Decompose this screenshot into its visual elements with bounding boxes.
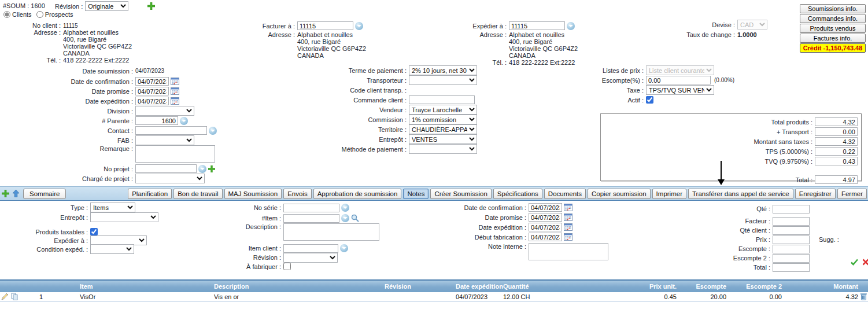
division-select[interactable] — [135, 106, 194, 116]
detail-revision-select[interactable] — [283, 253, 338, 263]
item-client-input[interactable] — [283, 244, 338, 253]
cancel-x-icon[interactable] — [862, 259, 868, 266]
vendeur-select[interactable]: Trayce Larochelle — [409, 105, 477, 115]
toolbar-button-planification[interactable]: Planification — [128, 189, 172, 199]
charge-projet-select[interactable] — [135, 174, 205, 183]
toolbar-button-approbation[interactable]: Approbation de soumission — [313, 189, 402, 199]
note-interne-textarea[interactable] — [529, 243, 608, 260]
fab-select[interactable] — [135, 135, 194, 145]
actif-checkbox[interactable] — [646, 96, 653, 104]
remarque-label: Remarque : — [0, 145, 135, 152]
calendar-icon[interactable] — [171, 97, 179, 105]
table-row[interactable]: 1 VisOr Vis en or 04/07/2023 12.00 CH 0.… — [0, 292, 868, 302]
parente-lookup-icon[interactable] — [180, 117, 188, 125]
prix-input[interactable] — [773, 235, 810, 244]
contact-input[interactable] — [135, 126, 207, 135]
revision-select[interactable]: Originale — [85, 1, 128, 11]
entrepot-select[interactable]: VENTES — [409, 134, 477, 144]
calendar-icon[interactable] — [171, 78, 179, 85]
trash-icon[interactable] — [860, 293, 867, 300]
expedier-lookup-icon[interactable] — [567, 22, 575, 30]
detail-date-expedition-input[interactable] — [529, 223, 562, 231]
commission-select[interactable]: 1% commission — [409, 115, 477, 124]
toolbar-button-fermer[interactable]: Fermer — [837, 189, 867, 199]
credit-button[interactable]: Crédit -1,150,743.48 — [800, 43, 866, 53]
escompte-pct-input[interactable] — [646, 76, 711, 84]
calendar-icon[interactable] — [564, 233, 572, 241]
calendar-icon[interactable] — [564, 204, 572, 211]
calendar-icon[interactable] — [564, 213, 572, 221]
debut-fabrication-input[interactable] — [529, 233, 562, 241]
detail-date-promise-input[interactable] — [529, 213, 562, 222]
type-select[interactable]: Items — [90, 202, 135, 212]
no-projet-input[interactable] — [135, 164, 197, 173]
header-num-column — [23, 280, 59, 292]
methode-paiement-select[interactable] — [409, 144, 477, 154]
toolbar-button-notes[interactable]: Notes — [403, 189, 429, 199]
escompte2-input[interactable] — [773, 254, 810, 263]
confirm-check-icon[interactable] — [851, 259, 858, 266]
no-projet-lookup-icon[interactable] — [198, 165, 206, 173]
clients-radio[interactable] — [3, 11, 10, 18]
toolbar-button-enregistrer[interactable]: Enregistrer — [795, 189, 836, 199]
add-revision-icon[interactable] — [147, 2, 155, 10]
detail-escompte-input[interactable] — [773, 245, 810, 253]
toolbar-button-bon-de-travail[interactable]: Bon de travail — [173, 189, 222, 199]
listes-prix-select[interactable]: Liste client courante (CA — [646, 65, 714, 75]
remarque-textarea[interactable] — [135, 145, 215, 163]
transporteur-select[interactable] — [409, 75, 477, 85]
description-textarea[interactable] — [283, 223, 379, 241]
copy-icon[interactable] — [11, 293, 19, 300]
commande-client-input[interactable] — [409, 95, 475, 104]
facteur-input[interactable] — [773, 217, 810, 226]
contact-lookup-icon[interactable] — [209, 127, 217, 135]
toolbar-button-documents[interactable]: Documents — [544, 189, 586, 199]
calendar-icon[interactable] — [171, 87, 179, 95]
item-client-lookup-icon[interactable] — [340, 244, 348, 252]
parente-input[interactable] — [135, 116, 178, 125]
add-projet-icon[interactable] — [208, 165, 215, 172]
calendar-icon[interactable] — [564, 223, 572, 231]
toolbar-button-transferer-appel-service[interactable]: Transférer dans appel de service — [688, 189, 793, 199]
territoire-select[interactable]: CHAUDIÈRE-APPALAC — [409, 124, 477, 134]
transport-input[interactable] — [815, 127, 858, 136]
detail-date-confirmation-input[interactable] — [529, 203, 562, 212]
toolbar-button-envois[interactable]: Envois — [283, 189, 312, 199]
devise-select[interactable]: CAD — [737, 20, 767, 30]
date-promise-input[interactable] — [135, 87, 169, 95]
terme-select[interactable]: 2% 10 jours, net 30 jours — [409, 65, 477, 75]
row-item: VisOr — [59, 292, 192, 302]
facturer-input[interactable] — [297, 21, 353, 30]
up-arrow-icon[interactable] — [13, 190, 19, 197]
expedier-input[interactable] — [509, 21, 565, 30]
toolbar-button-creer-soumission[interactable]: Créer Soumission — [430, 189, 491, 199]
produits-taxables-checkbox[interactable] — [90, 228, 98, 235]
toolbar-button-copier-soumission[interactable]: Copier soumission — [588, 189, 651, 199]
edit-pencil-icon[interactable] — [1, 293, 9, 300]
condition-exped-select[interactable] — [90, 244, 134, 254]
prospects-radio[interactable] — [36, 11, 43, 18]
qte-input[interactable] — [773, 205, 810, 213]
date-expedition-input[interactable] — [135, 97, 169, 105]
search-icon[interactable] — [351, 214, 359, 222]
soumissions-info-button[interactable]: Soumissions info. — [800, 4, 866, 13]
no-serie-lookup-icon[interactable] — [341, 204, 349, 212]
detail-entrepot-select[interactable] — [90, 212, 158, 222]
factures-info-button[interactable]: Factures info. — [800, 34, 866, 43]
toolbar-button-specifications[interactable]: Spécifications — [493, 189, 542, 199]
facturer-lookup-icon[interactable] — [355, 22, 363, 30]
toolbar-button-imprimer[interactable]: Imprimer — [652, 189, 686, 199]
date-confirmation-input[interactable] — [135, 77, 169, 86]
add-line-icon[interactable] — [2, 190, 9, 197]
line-actions — [849, 259, 868, 266]
commandes-info-button[interactable]: Commandes info. — [800, 14, 866, 23]
toolbar-button-maj-soumission[interactable]: MAJ Soumission — [224, 189, 282, 199]
no-serie-input[interactable] — [283, 204, 339, 212]
qte-client-input[interactable] — [773, 226, 810, 235]
a-fabriquer-checkbox[interactable] — [283, 263, 291, 270]
produits-vendus-button[interactable]: Produits vendus — [800, 24, 866, 33]
item-number-input[interactable] — [283, 214, 339, 223]
tab-sommaire[interactable]: Sommaire — [23, 189, 66, 199]
taxe-select[interactable]: TPS/TVQ SUR VENTES — [646, 85, 714, 95]
item-lookup-icon[interactable] — [341, 214, 349, 222]
